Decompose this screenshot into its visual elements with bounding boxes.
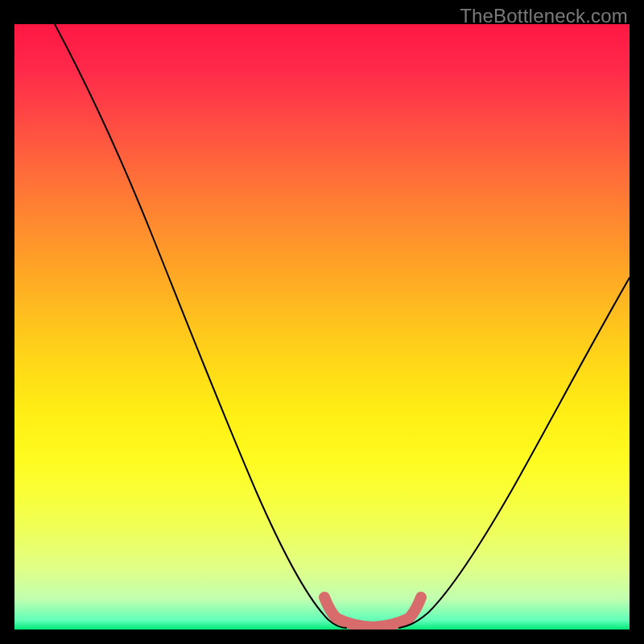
right-curve [399,278,630,628]
curve-layer [14,24,630,630]
trough-accent [324,597,421,627]
left-curve [55,24,346,628]
chart-frame: TheBottleneck.com [0,0,644,644]
plot-area [14,24,630,630]
